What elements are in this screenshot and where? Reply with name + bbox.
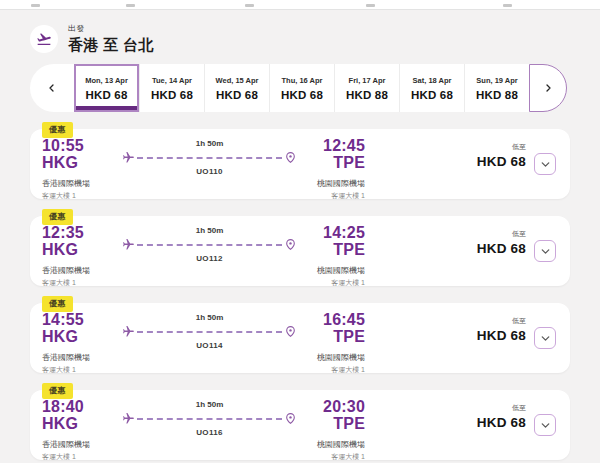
date-tab-thu-16-apr[interactable]: Thu, 16 Apr HKD 68 [269,64,334,112]
flight-number: UO116 [196,428,222,437]
flight-duration: 1h 50m [196,139,224,148]
flight-duration: 1h 50m [196,313,224,322]
date-tab-sat-18-apr[interactable]: Sat, 18 Apr HKD 68 [399,64,464,112]
departure-airport: 香港國際機場 [42,439,122,450]
route-dashed-line [137,244,282,246]
date-tab-mon-13-apr[interactable]: Mon, 13 Apr HKD 68 [74,64,139,112]
date-label: Fri, 17 Apr [349,76,386,85]
price-block: 低至 HKD 68 [477,303,526,343]
date-tab-fri-17-apr[interactable]: Fri, 17 Apr HKD 88 [334,64,399,112]
departure-terminal: 客運大樓 1 [42,191,122,201]
arrival-airport: 桃園國際機場 [297,178,365,189]
date-price: HKD 68 [411,89,453,101]
departure-code: HKG [42,416,122,433]
date-label: Sun, 19 Apr [476,76,517,85]
route-block: 1h 50m UO112 [122,216,297,263]
route-block: 1h 50m UO114 [122,303,297,350]
chevron-down-icon [539,419,552,432]
arrival-airport: 桃園國際機場 [297,439,365,450]
date-price: HKD 68 [216,89,258,101]
price-block: 低至 HKD 68 [477,390,526,430]
expand-fare-button[interactable] [534,240,556,262]
promo-badge: 優惠 [42,122,73,138]
arrival-terminal: 客運大樓 1 [297,191,365,201]
promo-badge: 優惠 [42,383,73,399]
plane-right-icon [122,238,135,251]
chevron-down-icon [539,158,552,171]
arrival-block: 12:45 TPE 桃園國際機場 客運大樓 1 [297,129,365,201]
price-value: HKD 68 [477,241,526,256]
departure-terminal: 客運大樓 1 [42,452,122,462]
date-label: Tue, 14 Apr [152,76,192,85]
plane-right-icon [122,412,135,425]
next-dates-button[interactable] [529,64,567,112]
date-carousel: Mon, 13 Apr HKD 68 Tue, 14 Apr HKD 68 We… [30,64,570,112]
date-price: HKD 68 [281,89,323,101]
date-tab-tue-14-apr[interactable]: Tue, 14 Apr HKD 68 [139,64,204,112]
departure-code: HKG [42,155,122,172]
direction-label: 出發 [68,23,153,34]
location-pin-icon [284,412,297,425]
plane-right-icon [122,151,135,164]
price-label: 低至 [477,403,526,413]
flight-duration: 1h 50m [196,400,224,409]
departure-code: HKG [42,329,122,346]
flight-result-uo110: 優惠 10:55 HKG 香港國際機場 客運大樓 1 1h 50m UO110 … [30,129,570,199]
promo-badge: 優惠 [42,209,73,225]
arrival-time: 12:45 [297,138,365,155]
departure-block: 10:55 HKG 香港國際機場 客運大樓 1 [42,129,122,201]
prev-dates-button[interactable] [30,64,74,112]
arrival-terminal: 客運大樓 1 [297,452,365,462]
flight-result-uo112: 優惠 12:35 HKG 香港國際機場 客運大樓 1 1h 50m UO112 … [30,216,570,286]
promo-badge: 優惠 [42,296,73,312]
arrival-terminal: 客運大樓 1 [297,365,365,375]
route-header: 出發 香港 至 台北 [30,22,570,56]
arrival-time: 16:45 [297,312,365,329]
arrival-block: 20:30 TPE 桃園國際機場 客運大樓 1 [297,390,365,462]
date-label: Wed, 15 Apr [216,76,259,85]
date-price: HKD 68 [85,89,127,101]
expand-fare-button[interactable] [534,327,556,349]
departure-airport: 香港國際機場 [42,178,122,189]
route-block: 1h 50m UO110 [122,129,297,176]
price-block: 低至 HKD 68 [477,129,526,169]
price-value: HKD 68 [477,415,526,430]
departure-block: 14:55 HKG 香港國際機場 客運大樓 1 [42,303,122,375]
expand-fare-button[interactable] [534,414,556,436]
chevron-down-icon [539,245,552,258]
price-label: 低至 [477,229,526,239]
date-label: Thu, 16 Apr [282,76,323,85]
arrival-time: 20:30 [297,399,365,416]
arrival-terminal: 客運大樓 1 [297,278,365,288]
date-price: HKD 68 [151,89,193,101]
flight-number: UO112 [196,254,222,263]
flight-card: 12:35 HKG 香港國際機場 客運大樓 1 1h 50m UO112 14:… [30,216,570,286]
expand-fare-button[interactable] [534,153,556,175]
route-dashed-line [137,331,282,333]
flight-duration: 1h 50m [196,226,224,235]
arrival-airport: 桃園國際機場 [297,352,365,363]
flight-card: 10:55 HKG 香港國際機場 客運大樓 1 1h 50m UO110 12:… [30,129,570,199]
price-label: 低至 [477,316,526,326]
date-tab-wed-15-apr[interactable]: Wed, 15 Apr HKD 68 [204,64,269,112]
departure-time: 10:55 [42,138,122,155]
departure-time: 14:55 [42,312,122,329]
departure-code: HKG [42,242,122,259]
route-dashed-line [137,157,282,159]
date-label: Mon, 13 Apr [85,76,128,85]
chevron-right-icon [542,82,554,94]
date-label: Sat, 18 Apr [413,76,452,85]
location-pin-icon [284,238,297,251]
date-tab-sun-19-apr[interactable]: Sun, 19 Apr HKD 88 [464,64,529,112]
departure-terminal: 客運大樓 1 [42,365,122,375]
arrival-block: 14:25 TPE 桃園國際機場 客運大樓 1 [297,216,365,288]
arrival-time: 14:25 [297,225,365,242]
chevron-down-icon [539,332,552,345]
arrival-block: 16:45 TPE 桃園國際機場 客運大樓 1 [297,303,365,375]
route-dashed-line [137,418,282,420]
flight-result-uo114: 優惠 14:55 HKG 香港國際機場 客運大樓 1 1h 50m UO114 … [30,303,570,373]
flight-number: UO114 [196,341,222,350]
arrival-code: TPE [297,416,365,433]
arrival-airport: 桃園國際機場 [297,265,365,276]
cropped-top-strip [0,0,600,10]
